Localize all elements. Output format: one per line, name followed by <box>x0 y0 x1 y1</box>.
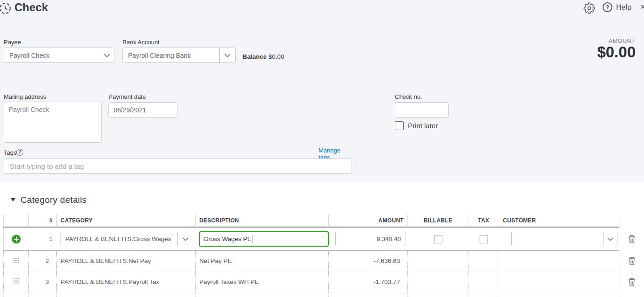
add-line-icon[interactable] <box>12 235 21 244</box>
row-customer[interactable] <box>499 251 619 271</box>
partial-cell <box>57 292 196 297</box>
balance-value: $0.00 <box>269 53 285 60</box>
amount-input[interactable]: 9,340.40 <box>335 232 406 246</box>
mailing-address-field[interactable]: Payroll Check <box>4 102 102 143</box>
row-cell-description: Gross Wages PE <box>196 228 329 251</box>
bank-account-label: Bank Account <box>122 39 160 46</box>
bank-account-value: Payroll Clearing Bank <box>123 48 219 62</box>
row-number: 2 <box>29 251 57 271</box>
row-cell-billable <box>408 228 468 251</box>
check-form-window: Check Help ✕ Payee Payroll Check Bank Ac… <box>0 0 644 297</box>
payee-value: Payroll Check <box>4 48 99 62</box>
partial-cell <box>29 292 57 297</box>
payment-date-field[interactable]: 06/29/2021 <box>108 102 177 117</box>
recent-transactions-clock-icon[interactable] <box>0 2 11 16</box>
gear-icon[interactable] <box>583 1 596 14</box>
tax-checkbox[interactable] <box>480 235 488 243</box>
header-customer: CUSTOMER <box>499 214 619 228</box>
row-tax[interactable] <box>468 251 499 271</box>
collapse-triangle-icon[interactable] <box>10 198 16 201</box>
row-description[interactable]: Net Pay PE <box>196 251 329 271</box>
row-cell-customer <box>499 228 619 251</box>
table-row-active: 1 PAYROLL & BENEFITS:Gross Wages Gross W… <box>3 228 644 251</box>
customer-value <box>512 232 603 246</box>
header-category: CATEGORY <box>57 214 196 228</box>
table-header-row: # CATEGORY DESCRIPTION AMOUNT BILLABLE T… <box>3 214 644 228</box>
row-billable[interactable] <box>408 251 468 271</box>
row-amount[interactable]: -7,636.63 <box>329 251 408 271</box>
mailing-address-value: Payroll Check <box>9 106 49 113</box>
row-customer[interactable] <box>499 271 619 292</box>
row-tax[interactable] <box>468 271 499 292</box>
drag-handle-icon[interactable] <box>13 278 19 285</box>
partial-cell <box>408 292 468 297</box>
header-num: # <box>29 214 57 228</box>
row-cell-category: PAYROLL & BENEFITS:Gross Wages <box>57 228 196 251</box>
category-select[interactable]: PAYROLL & BENEFITS:Gross Wages <box>61 232 193 246</box>
row-amount[interactable]: -1,703.77 <box>329 271 408 292</box>
trash-icon[interactable] <box>628 257 636 265</box>
payment-date-label: Payment date <box>108 93 146 100</box>
chevron-down-icon[interactable] <box>603 232 617 246</box>
billable-checkbox[interactable] <box>434 235 442 243</box>
table-row[interactable]: 3 PAYROLL & BENEFITS:Payroll Tax Payroll… <box>3 271 644 292</box>
header-grip-spacer <box>3 214 29 228</box>
payee-select[interactable]: Payroll Check <box>4 48 115 63</box>
partial-cell <box>196 292 329 297</box>
row-billable[interactable] <box>408 271 468 292</box>
trash-icon[interactable] <box>628 235 636 243</box>
description-value: Gross Wages PE <box>203 235 251 242</box>
chevron-down-icon[interactable] <box>219 48 235 62</box>
row-cell-add <box>3 228 29 251</box>
balance-text: Balance $0.00 <box>243 53 284 60</box>
row-cell-delete <box>619 251 644 271</box>
category-details-table: # CATEGORY DESCRIPTION AMOUNT BILLABLE T… <box>3 214 644 297</box>
partial-cell <box>468 292 499 297</box>
row-category[interactable]: PAYROLL & BENEFITS:Payroll Tax <box>57 271 196 292</box>
category-details-title: Category details <box>20 195 87 205</box>
drag-handle-icon[interactable] <box>13 257 19 265</box>
help-icon <box>603 2 612 12</box>
text-caret <box>252 235 252 243</box>
table-row[interactable]: 2 PAYROLL & BENEFITS:Net Pay Net Pay PE … <box>3 251 644 271</box>
bank-account-select[interactable]: Payroll Clearing Bank <box>122 48 236 63</box>
row-cell-delete <box>619 228 644 251</box>
tags-label: Tags <box>4 149 16 156</box>
row-cell-grip <box>3 271 29 292</box>
print-later-checkbox[interactable] <box>395 121 404 130</box>
check-no-label: Check no. <box>395 93 422 100</box>
customer-select[interactable] <box>511 232 617 246</box>
header-actions-spacer <box>619 214 644 228</box>
balance-label: Balance <box>243 53 267 60</box>
help-label: Help <box>616 3 631 12</box>
header-description: DESCRIPTION <box>196 214 329 228</box>
payee-label: Payee <box>4 39 21 46</box>
amount-total: $0.00 <box>597 43 636 61</box>
header-amount: AMOUNT <box>329 214 408 228</box>
row-description[interactable]: Payroll Taxes WH PE <box>196 271 329 292</box>
row-cell-amount: 9,340.40 <box>329 228 408 251</box>
chevron-down-icon[interactable] <box>99 48 115 62</box>
table-row-partial <box>3 292 644 297</box>
description-input[interactable]: Gross Wages PE <box>199 231 329 247</box>
chevron-down-icon[interactable] <box>177 232 193 246</box>
mailing-address-label: Mailing address <box>4 93 46 100</box>
row-category[interactable]: PAYROLL & BENEFITS:Net Pay <box>57 251 196 271</box>
help-button[interactable]: Help <box>603 2 631 12</box>
partial-cell <box>329 292 408 297</box>
row-number: 1 <box>29 228 57 251</box>
check-no-field[interactable] <box>395 102 449 117</box>
header-tax: TAX <box>468 214 499 228</box>
row-cell-tax <box>468 228 499 251</box>
partial-cell <box>619 292 644 297</box>
tags-input[interactable] <box>4 159 352 174</box>
trash-icon[interactable] <box>628 278 636 286</box>
tags-help-icon[interactable] <box>16 149 23 156</box>
print-later-label: Print later <box>408 122 438 130</box>
payment-date-value: 06/29/2021 <box>114 106 146 114</box>
partial-cell <box>3 292 29 297</box>
close-icon[interactable]: ✕ <box>640 3 644 11</box>
category-value: PAYROLL & BENEFITS:Gross Wages <box>61 232 177 246</box>
row-cell-delete <box>619 271 644 292</box>
row-number: 3 <box>29 271 57 292</box>
